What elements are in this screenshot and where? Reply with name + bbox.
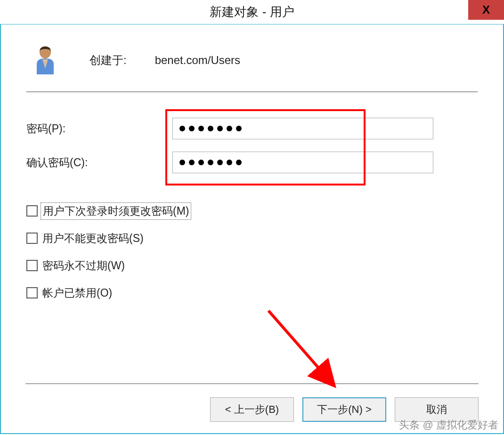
checkbox-area: 用户下次登录时须更改密码(M) 用户不能更改密码(S) 密码永不过期(W) 帐户… — [26, 185, 478, 302]
content-area: 创建于: benet.com/Users 密码(P): 确认密码(C): — [1, 24, 503, 302]
password-never-expires-row[interactable]: 密码永不过期(W) — [26, 256, 478, 275]
header-row: 创建于: benet.com/Users — [26, 45, 478, 91]
must-change-password-checkbox[interactable] — [26, 205, 38, 217]
cannot-change-password-checkbox[interactable] — [26, 233, 38, 244]
password-row: 密码(P): — [26, 117, 478, 140]
dialog-body: 创建于: benet.com/Users 密码(P): 确认密码(C): — [0, 24, 504, 434]
back-button[interactable]: < 上一步(B) — [210, 397, 294, 422]
back-button-label: < 上一步(B) — [225, 403, 279, 417]
must-change-password-label: 用户下次登录时须更改密码(M) — [41, 202, 191, 220]
next-button[interactable]: 下一步(N) > — [302, 397, 386, 422]
confirm-password-input[interactable] — [172, 152, 433, 173]
cannot-change-password-label: 用户不能更改密码(S) — [41, 230, 146, 247]
svg-line-1 — [268, 311, 334, 386]
cannot-change-password-row[interactable]: 用户不能更改密码(S) — [26, 229, 478, 248]
account-disabled-row[interactable]: 帐户已禁用(O) — [26, 283, 478, 302]
titlebar: 新建对象 - 用户 X — [0, 0, 504, 24]
confirm-password-row: 确认密码(C): — [26, 151, 478, 174]
account-disabled-checkbox[interactable] — [26, 287, 38, 298]
dialog-title: 新建对象 - 用户 — [210, 4, 294, 20]
watermark: 头条 @ 虚拟化爱好者 — [399, 418, 498, 432]
created-in-label: 创建于: — [89, 53, 127, 68]
password-never-expires-label: 密码永不过期(W) — [41, 258, 127, 274]
close-icon: X — [482, 3, 490, 16]
created-in-value: benet.com/Users — [155, 54, 240, 67]
close-button[interactable]: X — [468, 0, 504, 20]
password-never-expires-checkbox[interactable] — [26, 260, 38, 271]
password-label: 密码(P): — [26, 121, 172, 136]
form-area: 密码(P): 确认密码(C): 用户下次登录时须更改密码(M) 用户不 — [26, 92, 478, 302]
confirm-password-label: 确认密码(C): — [26, 155, 172, 170]
next-button-label: 下一步(N) > — [317, 403, 372, 417]
button-separator — [25, 383, 479, 384]
password-input[interactable] — [172, 118, 433, 139]
must-change-password-row[interactable]: 用户下次登录时须更改密码(M) — [26, 201, 478, 220]
account-disabled-label: 帐户已禁用(O) — [41, 285, 114, 301]
user-icon — [33, 45, 57, 75]
button-area: < 上一步(B) 下一步(N) > 取消 — [0, 383, 504, 422]
cancel-button-label: 取消 — [426, 403, 447, 417]
